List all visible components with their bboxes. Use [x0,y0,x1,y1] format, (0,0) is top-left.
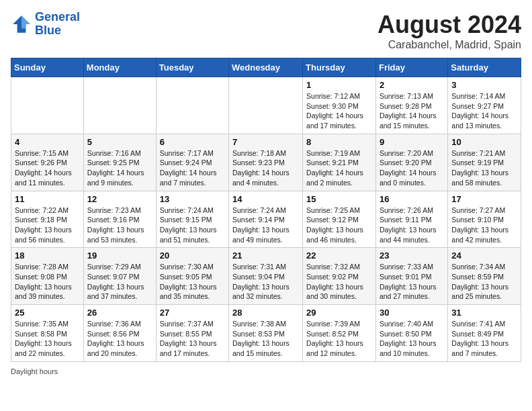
calendar-cell: 31Sunrise: 7:41 AM Sunset: 8:49 PM Dayli… [448,305,521,362]
day-info: Sunrise: 7:39 AM Sunset: 8:52 PM Dayligh… [306,319,372,359]
day-info: Sunrise: 7:17 AM Sunset: 9:24 PM Dayligh… [160,148,225,188]
day-number: 26 [87,308,152,318]
calendar-week-row: 25Sunrise: 7:35 AM Sunset: 8:58 PM Dayli… [11,305,521,362]
day-number: 6 [160,137,225,147]
calendar-cell: 15Sunrise: 7:25 AM Sunset: 9:12 PM Dayli… [303,191,376,248]
calendar-day-header: Wednesday [229,58,303,77]
logo-line2: Blue [35,24,80,38]
header: General Blue August 2024 Carabanchel, Ma… [11,11,521,51]
day-number: 8 [306,137,372,147]
calendar-cell: 4Sunrise: 7:15 AM Sunset: 9:26 PM Daylig… [11,134,84,191]
day-info: Sunrise: 7:31 AM Sunset: 9:04 PM Dayligh… [232,262,299,302]
calendar-cell [11,77,84,134]
calendar-cell: 5Sunrise: 7:16 AM Sunset: 9:25 PM Daylig… [83,134,156,191]
day-number: 16 [380,194,444,204]
day-info: Sunrise: 7:16 AM Sunset: 9:25 PM Dayligh… [87,148,152,188]
calendar-cell: 7Sunrise: 7:18 AM Sunset: 9:23 PM Daylig… [229,134,303,191]
day-info: Sunrise: 7:25 AM Sunset: 9:12 PM Dayligh… [306,205,372,245]
calendar-cell: 18Sunrise: 7:28 AM Sunset: 9:08 PM Dayli… [11,248,84,305]
day-info: Sunrise: 7:13 AM Sunset: 9:28 PM Dayligh… [380,91,444,131]
day-info: Sunrise: 7:12 AM Sunset: 9:30 PM Dayligh… [306,91,372,131]
footer-note: Daylight hours [11,367,521,375]
logo: General Blue [11,11,80,38]
day-number: 27 [160,308,225,318]
calendar-day-header: Saturday [448,58,521,77]
calendar-week-row: 1Sunrise: 7:12 AM Sunset: 9:30 PM Daylig… [11,77,521,134]
day-number: 25 [15,308,80,318]
day-number: 13 [160,194,225,204]
day-info: Sunrise: 7:21 AM Sunset: 9:19 PM Dayligh… [451,148,517,188]
calendar-cell: 11Sunrise: 7:22 AM Sunset: 9:18 PM Dayli… [11,191,84,248]
day-number: 29 [306,308,372,318]
day-number: 3 [451,80,517,90]
calendar-cell: 9Sunrise: 7:20 AM Sunset: 9:20 PM Daylig… [375,134,447,191]
day-number: 10 [451,137,517,147]
calendar-cell: 13Sunrise: 7:24 AM Sunset: 9:15 PM Dayli… [156,191,228,248]
calendar-cell: 6Sunrise: 7:17 AM Sunset: 9:24 PM Daylig… [156,134,228,191]
day-info: Sunrise: 7:34 AM Sunset: 8:59 PM Dayligh… [451,262,517,302]
calendar-week-row: 18Sunrise: 7:28 AM Sunset: 9:08 PM Dayli… [11,248,521,305]
day-info: Sunrise: 7:36 AM Sunset: 8:56 PM Dayligh… [87,319,152,359]
calendar-day-header: Tuesday [156,58,228,77]
calendar-header-row: SundayMondayTuesdayWednesdayThursdayFrid… [11,58,521,77]
day-number: 17 [451,194,517,204]
day-number: 22 [306,250,372,261]
calendar-cell: 12Sunrise: 7:23 AM Sunset: 9:16 PM Dayli… [83,191,156,248]
day-info: Sunrise: 7:14 AM Sunset: 9:27 PM Dayligh… [451,91,517,131]
day-info: Sunrise: 7:15 AM Sunset: 9:26 PM Dayligh… [15,148,80,188]
calendar-cell: 14Sunrise: 7:24 AM Sunset: 9:14 PM Dayli… [229,191,303,248]
day-info: Sunrise: 7:24 AM Sunset: 9:14 PM Dayligh… [232,205,299,245]
day-info: Sunrise: 7:37 AM Sunset: 8:55 PM Dayligh… [160,319,225,359]
calendar-day-header: Friday [375,58,447,77]
day-info: Sunrise: 7:20 AM Sunset: 9:20 PM Dayligh… [380,148,444,188]
day-number: 1 [306,80,372,90]
day-number: 24 [451,250,517,261]
day-info: Sunrise: 7:35 AM Sunset: 8:58 PM Dayligh… [15,319,80,359]
calendar-day-header: Sunday [11,58,84,77]
day-number: 12 [87,194,152,204]
logo-text: General Blue [35,11,80,38]
calendar-cell: 21Sunrise: 7:31 AM Sunset: 9:04 PM Dayli… [229,248,303,305]
day-info: Sunrise: 7:33 AM Sunset: 9:01 PM Dayligh… [380,262,444,302]
day-info: Sunrise: 7:38 AM Sunset: 8:53 PM Dayligh… [232,319,299,359]
day-info: Sunrise: 7:18 AM Sunset: 9:23 PM Dayligh… [232,148,299,188]
day-number: 18 [15,250,80,261]
day-number: 11 [15,194,80,204]
calendar-cell [229,77,303,134]
day-info: Sunrise: 7:22 AM Sunset: 9:18 PM Dayligh… [15,205,80,245]
day-info: Sunrise: 7:41 AM Sunset: 8:49 PM Dayligh… [451,319,517,359]
day-number: 21 [232,250,299,261]
calendar-cell: 23Sunrise: 7:33 AM Sunset: 9:01 PM Dayli… [375,248,447,305]
calendar-cell [156,77,228,134]
title-area: August 2024 Carabanchel, Madrid, Spain [378,11,521,51]
calendar-cell: 28Sunrise: 7:38 AM Sunset: 8:53 PM Dayli… [229,305,303,362]
day-info: Sunrise: 7:27 AM Sunset: 9:10 PM Dayligh… [451,205,517,245]
logo-line1: General [35,11,80,24]
calendar-cell: 30Sunrise: 7:40 AM Sunset: 8:50 PM Dayli… [375,305,447,362]
day-number: 19 [87,250,152,261]
calendar-day-header: Monday [83,58,156,77]
day-number: 31 [451,308,517,318]
day-number: 20 [160,250,225,261]
day-info: Sunrise: 7:40 AM Sunset: 8:50 PM Dayligh… [380,319,444,359]
calendar-cell: 8Sunrise: 7:19 AM Sunset: 9:21 PM Daylig… [303,134,376,191]
day-info: Sunrise: 7:32 AM Sunset: 9:02 PM Dayligh… [306,262,372,302]
calendar-cell: 24Sunrise: 7:34 AM Sunset: 8:59 PM Dayli… [448,248,521,305]
day-info: Sunrise: 7:26 AM Sunset: 9:11 PM Dayligh… [380,205,444,245]
svg-marker-1 [21,15,30,28]
day-info: Sunrise: 7:19 AM Sunset: 9:21 PM Dayligh… [306,148,372,188]
main-title: August 2024 [378,11,521,39]
daylight-note: Daylight hours [11,367,58,375]
day-info: Sunrise: 7:30 AM Sunset: 9:05 PM Dayligh… [160,262,225,302]
calendar-day-header: Thursday [303,58,376,77]
day-number: 30 [380,308,444,318]
calendar-cell: 17Sunrise: 7:27 AM Sunset: 9:10 PM Dayli… [448,191,521,248]
day-number: 2 [380,80,444,90]
calendar-cell: 22Sunrise: 7:32 AM Sunset: 9:02 PM Dayli… [303,248,376,305]
day-number: 28 [232,308,299,318]
calendar-cell: 2Sunrise: 7:13 AM Sunset: 9:28 PM Daylig… [375,77,447,134]
calendar-week-row: 4Sunrise: 7:15 AM Sunset: 9:26 PM Daylig… [11,134,521,191]
calendar-cell: 16Sunrise: 7:26 AM Sunset: 9:11 PM Dayli… [375,191,447,248]
day-number: 4 [15,137,80,147]
calendar-cell: 25Sunrise: 7:35 AM Sunset: 8:58 PM Dayli… [11,305,84,362]
